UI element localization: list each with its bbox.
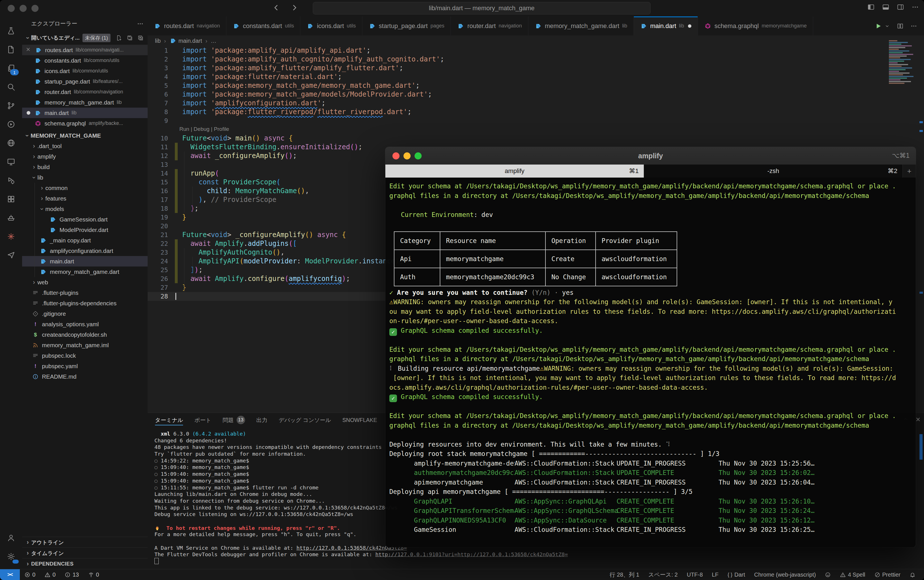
tab-routes.dart[interactable]: routes.dartnavigation — [148, 16, 226, 35]
tree-root[interactable]: ›MEMORY_MATCH_GAME — [22, 130, 148, 141]
terminal-tab-amplify[interactable]: amplify⌘1 — [385, 165, 644, 178]
status-0[interactable]: 0 — [88, 572, 99, 578]
open-editor-schema.graphql[interactable]: schema.graphqlamplify/backe... — [22, 118, 148, 129]
more-actions-icon[interactable] — [911, 23, 917, 30]
layout-left-toggle-icon[interactable] — [867, 3, 875, 11]
panel-tab-ターミナル[interactable]: ターミナル — [155, 413, 183, 427]
tab-router.dart[interactable]: router.dartnavigation — [451, 16, 528, 35]
tree-item-.flutter-plugins-dependencies[interactable]: .flutter-plugins-dependencies — [22, 298, 148, 308]
status-dart[interactable]: { }Dart — [728, 572, 745, 578]
panel-tab-問題[interactable]: 問題13 — [223, 413, 245, 427]
tab-startup_page.dart[interactable]: startup_page.dartpages — [362, 16, 451, 35]
tree-item-models[interactable]: ›models — [22, 204, 148, 214]
minimize-window-button[interactable] — [20, 5, 26, 12]
open-editor-routes.dart[interactable]: routes.dartlib/common/navigati... — [22, 45, 148, 55]
open-editor-memory_match_game.dart[interactable]: memory_match_game.dartlib — [22, 97, 148, 108]
tree-item-README.md[interactable]: README.md — [22, 371, 148, 382]
terminal-close-button[interactable] — [393, 152, 399, 160]
open-editor-icons.dart[interactable]: icons.dartlib/common/utils — [22, 66, 148, 76]
tree-item-.dart_tool[interactable]: ›.dart_tool — [22, 141, 148, 151]
run-dropdown-icon[interactable] — [884, 23, 890, 29]
activity-source-control[interactable] — [0, 96, 22, 115]
section-DEPENDENCIES[interactable]: ›DEPENDENCIES — [22, 558, 148, 569]
panel-tab-SNOWFLAKE[interactable]: SNOWFLAKE — [342, 413, 377, 427]
forward-arrow-icon[interactable] — [290, 3, 299, 12]
section-タイムライン[interactable]: ›タイムライン — [22, 547, 148, 559]
tree-item-pubspec.lock[interactable]: pubspec.lock — [22, 350, 148, 361]
tab-memory_match_game.dart[interactable]: memory_match_game.dartlib — [528, 16, 634, 35]
saveall-icon[interactable] — [127, 35, 133, 41]
activity-remote-explorer[interactable] — [0, 152, 22, 171]
tree-item-GameSession.dart[interactable]: GameSession.dart — [22, 214, 148, 224]
collapse-chevron-icon[interactable]: › — [24, 35, 31, 41]
tree-item-amplify[interactable]: ›amplify — [22, 151, 148, 162]
status-prettier[interactable]: Prettier — [874, 572, 901, 578]
breadcrumb-item[interactable]: … — [211, 38, 216, 44]
breadcrumb-item[interactable]: lib — [155, 38, 161, 44]
terminal-zoom-button[interactable] — [414, 152, 422, 160]
activity-docker[interactable] — [0, 208, 22, 227]
new-terminal-tab-button[interactable]: + — [903, 165, 916, 178]
tree-item-memory_match_game.iml[interactable]: memory_match_game.iml — [22, 340, 148, 350]
layout-bottom-toggle-icon[interactable] — [882, 3, 889, 11]
status-0[interactable]: 0 — [25, 572, 35, 578]
status-0[interactable]: 0 — [45, 572, 56, 578]
tree-item-common[interactable]: ›common — [22, 183, 148, 193]
activity-snowflake[interactable] — [0, 227, 22, 246]
section-アウトライン[interactable]: ›アウトライン — [22, 537, 148, 548]
open-editor-constants.dart[interactable]: constants.dartlib/common/utils — [22, 55, 148, 66]
activity-debug[interactable] — [0, 115, 22, 133]
tree-item-createandcopytofolder.sh[interactable]: $createandcopytofolder.sh — [22, 330, 148, 340]
activity-gear[interactable] — [0, 547, 22, 566]
run-button[interactable] — [875, 22, 882, 30]
breadcrumb[interactable]: lib›main.dart›… — [148, 35, 924, 46]
tree-item-analysis_options.yaml[interactable]: !analysis_options.yaml — [22, 319, 148, 330]
open-editor-startup_page.dart[interactable]: startup_page.dartlib/features/... — [22, 76, 148, 87]
open-editor-router.dart[interactable]: router.dartlib/common/navigation — [22, 87, 148, 97]
status-utf-8[interactable]: UTF-8 — [687, 572, 703, 578]
status-face[interactable] — [825, 572, 831, 578]
tree-item-pubspec.yaml[interactable]: !pubspec.yaml — [22, 361, 148, 371]
minimap[interactable] — [889, 40, 916, 86]
tree-item-_main copy.dart[interactable]: _main copy.dart — [22, 235, 148, 246]
tree-item-build[interactable]: ›build — [22, 162, 148, 172]
activity-files[interactable] — [0, 40, 22, 59]
tree-item-memory_match_game.dart[interactable]: memory_match_game.dart — [22, 267, 148, 277]
more-layout-icon[interactable] — [912, 3, 919, 11]
closeall-icon[interactable] — [137, 35, 144, 41]
terminal-tab--zsh[interactable]: -zsh⌘2 — [644, 165, 903, 178]
more-actions-icon[interactable] — [137, 20, 144, 27]
terminal-scrollbar[interactable] — [919, 434, 922, 460]
activity-run[interactable] — [0, 171, 22, 190]
activity-account[interactable] — [0, 529, 22, 547]
tree-item-amplifyconfiguration.dart[interactable]: amplifyconfiguration.dart — [22, 246, 148, 256]
back-arrow-icon[interactable] — [272, 3, 280, 12]
open-editor-main.dart[interactable]: main.dartlib — [22, 108, 148, 118]
tree-item-ModelProvider.dart[interactable]: ModelProvider.dart — [22, 224, 148, 235]
terminal-title-bar[interactable]: amplify ⌥⌘1 — [385, 147, 916, 165]
terminal-minimize-button[interactable] — [404, 152, 411, 160]
close-editor-icon[interactable] — [25, 47, 31, 54]
tree-item-.flutter-plugins[interactable]: .flutter-plugins — [22, 287, 148, 298]
panel-tab-ポート[interactable]: ポート — [195, 413, 211, 427]
activity-extensions[interactable] — [0, 190, 22, 208]
tree-item-main.dart[interactable]: main.dart — [22, 256, 148, 267]
tab-icons.dart[interactable]: icons.dartutils — [300, 16, 362, 35]
activity-beaker[interactable] — [0, 21, 22, 40]
activity-send[interactable] — [0, 246, 22, 265]
tree-item-lib[interactable]: ›lib — [22, 172, 148, 183]
remote-indicator[interactable]: >< — [0, 569, 20, 580]
status-bell[interactable] — [909, 572, 916, 578]
tree-item-.gitignore[interactable]: .gitignore — [22, 308, 148, 319]
status-スペース:-2[interactable]: スペース: 2 — [648, 571, 678, 578]
zoom-window-button[interactable] — [31, 5, 38, 12]
tab-schema.graphql[interactable]: schema.graphqlmemorymatchgame — [698, 16, 813, 35]
status-4-spell[interactable]: 4 Spell — [840, 572, 865, 578]
layout-right-toggle-icon[interactable] — [897, 3, 904, 11]
split-editor-icon[interactable] — [897, 23, 904, 30]
panel-close-icon[interactable] — [915, 416, 921, 423]
status-行-28、列-1[interactable]: 行 28、列 1 — [610, 571, 639, 578]
terminal-app-output[interactable]: Edit your schema at /Users/takagi/Deskto… — [385, 178, 916, 547]
newfile-icon[interactable] — [116, 35, 122, 41]
tree-item-features[interactable]: ›features — [22, 193, 148, 204]
